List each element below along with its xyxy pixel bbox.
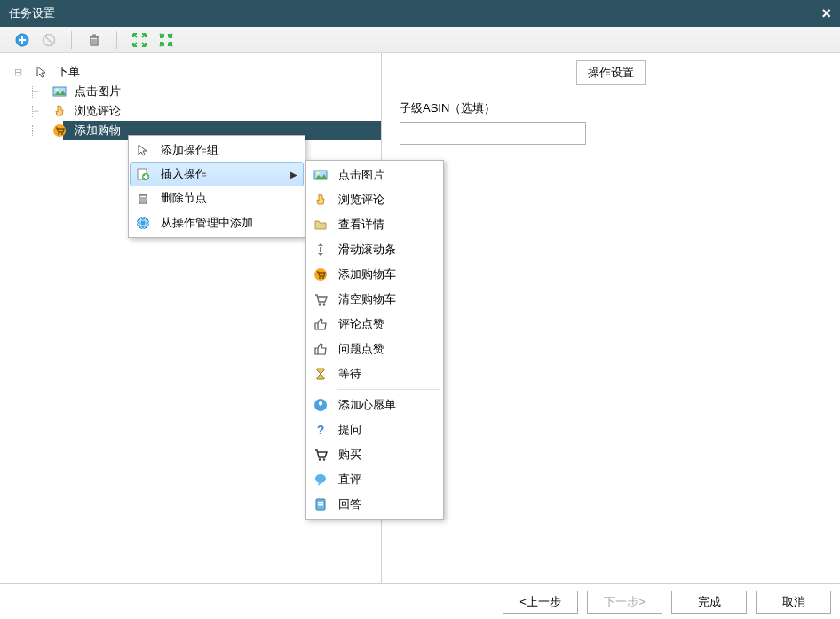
expand-button[interactable] [126,28,153,52]
globe-icon [131,216,155,230]
context-menu: 添加操作组 插入操作 ▶ 删除节点 从操作管理中添加 [128,135,305,238]
question-icon: ? [308,423,333,437]
image-icon [52,83,67,99]
sub-item-label: 购买 [338,447,361,463]
sub-direct-review[interactable]: 直评 [308,467,441,492]
svg-point-29 [317,172,320,175]
next-button: 下一步> [587,591,662,614]
prev-button[interactable]: <上一步 [503,591,578,614]
svg-point-39 [323,458,325,460]
collapse-button[interactable] [153,28,179,52]
cart-empty-icon [308,292,333,306]
sub-item-label: 添加购物车 [338,266,396,282]
svg-point-15 [61,133,63,135]
sub-item-label: 点击图片 [338,167,384,183]
sub-buy[interactable]: 购买 [308,442,441,467]
ctx-add-from-manager[interactable]: 从操作管理中添加 [131,210,303,235]
chat-icon [308,472,333,487]
menu-separator [337,389,440,390]
context-submenu: 点击图片 浏览评论 查看详情 滑动滚动条 添加购物车 清空购物车 [305,160,444,520]
thumb-icon [308,317,333,331]
button-bar: <上一步 下一步> 完成 取消 [0,583,840,619]
add-button[interactable] [9,28,36,52]
sub-add-cart[interactable]: 添加购物车 [308,262,441,287]
sub-like-question[interactable]: 问题点赞 [308,337,441,361]
sub-item-label: 添加心愿单 [338,397,396,413]
svg-point-38 [319,458,321,460]
window-title: 任务设置 [9,5,55,21]
toolbar [0,27,840,53]
task-tree[interactable]: ⊟ 下单 ┈ 点击图片 ┈ 浏览评论 [0,62,381,140]
cancel-button[interactable]: 取消 [756,591,831,614]
sub-item-label: 直评 [338,472,361,488]
sub-answer[interactable]: 回答 [308,492,441,517]
trash-icon [87,33,101,47]
sub-item-label: 评论点赞 [338,316,384,332]
expand-icon [132,33,147,47]
answer-icon [308,497,333,512]
hourglass-icon [308,367,333,381]
tree-root[interactable]: ⊟ 下单 [14,62,381,82]
sub-scroll[interactable]: 滑动滚动条 [308,237,441,262]
asin-input[interactable] [400,122,586,145]
ctx-delete-node[interactable]: 删除节点 [131,186,303,210]
sub-item-label: 回答 [338,496,361,512]
insert-icon [131,167,155,181]
ctx-item-label: 删除节点 [161,190,207,206]
ctx-item-label: 从操作管理中添加 [161,215,253,231]
tree-item[interactable]: ┈ 点击图片 [14,82,381,101]
separator [71,31,72,49]
ctx-item-label: 插入操作 [161,166,207,182]
folder-icon [308,218,333,232]
sub-like-review[interactable]: 评论点赞 [308,312,441,337]
wish-icon [308,398,333,412]
cart-icon [52,123,67,139]
sub-click-image[interactable]: 点击图片 [308,163,441,187]
cursor-icon [131,143,155,157]
field-label: 子级ASIN（选填） [400,100,822,116]
svg-rect-42 [318,502,323,504]
svg-point-34 [319,303,321,305]
main-area: ⊟ 下单 ┈ 点击图片 ┈ 浏览评论 [0,53,840,583]
sub-item-label: 提问 [338,422,361,438]
cursor-icon [34,64,50,80]
tree-item-label: 浏览评论 [71,102,124,120]
svg-text:?: ? [317,423,325,437]
sub-empty-cart[interactable]: 清空购物车 [308,287,441,312]
finish-button[interactable]: 完成 [671,591,747,614]
ctx-insert-action[interactable]: 插入操作 ▶ [130,162,304,186]
tree-root-label: 下单 [53,63,83,81]
svg-line-4 [45,36,52,44]
trash-icon [131,191,155,205]
svg-point-14 [58,133,59,135]
sub-item-label: 滑动滚动条 [338,242,396,258]
svg-rect-19 [144,176,148,178]
thumb-icon [308,342,333,356]
sub-wait[interactable]: 等待 [308,361,441,386]
delete-button[interactable] [81,28,107,52]
scroll-icon [308,242,333,257]
svg-point-12 [56,89,59,91]
separator [116,31,117,49]
svg-point-32 [319,277,321,279]
svg-rect-21 [139,194,147,195]
blocked-icon [42,33,56,47]
ctx-add-group[interactable]: 添加操作组 [131,138,303,163]
sub-view-details[interactable]: 查看详情 [308,212,441,237]
svg-rect-7 [92,34,96,36]
settings-tab[interactable]: 操作设置 [576,60,646,85]
plus-circle-icon [15,33,29,47]
tree-item[interactable]: ┈ 浏览评论 [14,101,381,121]
tree-item-label: 添加购物 [71,122,124,139]
pointer-icon [52,103,67,119]
right-panel: 操作设置 子级ASIN（选填） [382,53,840,583]
tree-item-label: 点击图片 [71,83,124,100]
close-icon[interactable]: × [821,4,831,23]
sub-item-label: 清空购物车 [338,291,396,307]
tree-panel: ⊟ 下单 ┈ 点击图片 ┈ 浏览评论 [0,53,382,583]
sub-browse-reviews[interactable]: 浏览评论 [308,187,441,212]
sub-add-wishlist[interactable]: 添加心愿单 [308,393,441,417]
svg-rect-6 [90,36,99,37]
sub-ask[interactable]: ? 提问 [308,417,441,442]
collapse-icon [159,33,173,47]
